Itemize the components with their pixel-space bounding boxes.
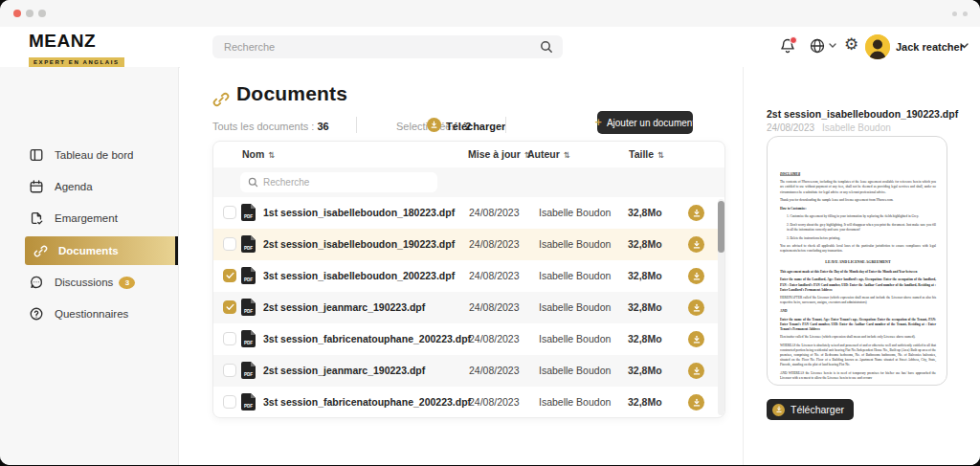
file-date: 24/08/2023 — [469, 229, 520, 260]
file-size: 32,8Mo — [628, 292, 662, 323]
table-row[interactable]: PDF 3st session_fabricenatouphane_200223… — [213, 387, 724, 418]
document-paragraph: HEREINAFTER called 'the Licensor (which … — [780, 296, 936, 305]
table-search-input[interactable] — [263, 172, 431, 192]
row-download-button[interactable] — [688, 331, 704, 347]
sidebar-item-documents[interactable]: Documents — [25, 236, 178, 265]
table-row[interactable]: PDF 3st session_fabricenatouphane_200223… — [213, 323, 724, 355]
column-header-auteur[interactable]: Auteur⇅ — [527, 148, 570, 160]
row-checkbox[interactable] — [223, 206, 236, 219]
file-name: 3st session_isabelleboudon_200223.dpf — [263, 260, 455, 292]
document-paragraph: This agreement made at this Enter the Da… — [780, 269, 936, 274]
download-selected-button[interactable]: Télécharger — [446, 121, 505, 132]
document-paragraph: LEAVE AND LICENSE AGREEMENT — [780, 259, 936, 265]
plus-icon: + — [595, 116, 602, 129]
row-download-button[interactable] — [688, 236, 704, 253]
document-check-icon — [29, 211, 44, 226]
app-window: MEANZ EXPERT EN ANGLAIS ⚙ — [0, 0, 980, 465]
document-paragraph: AND WHEREAS the Licensee herein is in ne… — [780, 370, 936, 380]
sort-icon[interactable]: ⇅ — [268, 150, 275, 160]
row-checkbox[interactable] — [223, 300, 236, 314]
user-name[interactable]: Jack reatcher — [896, 41, 964, 53]
notifications-bell-icon[interactable] — [779, 37, 796, 55]
sidebar-item-label: Emargement — [55, 212, 118, 224]
file-date: 24/08/2023 — [469, 197, 520, 229]
document-paragraph: AND — [780, 308, 936, 313]
logo[interactable]: MEANZ EXPERT EN ANGLAIS — [29, 32, 124, 68]
table-row[interactable]: PDF 1st session_isabelleboudon_180223.dp… — [213, 197, 724, 229]
document-paragraph: Enter the name of the Landlord, Age: Ent… — [780, 277, 936, 292]
preview-download-button[interactable]: Télécharger — [767, 399, 854, 420]
user-avatar[interactable] — [865, 34, 890, 59]
sidebar-item-questionnaires[interactable]: Questionnaires — [0, 302, 178, 325]
document-paragraph: 1. Customize the agreement by filling in… — [780, 214, 936, 219]
table-search-row — [213, 167, 724, 197]
row-checkbox[interactable] — [223, 269, 236, 282]
column-header-nom[interactable]: Nom⇅ — [242, 148, 275, 160]
column-header-taille[interactable]: Taille⇅ — [629, 148, 664, 160]
sidebar-item-label: Questionnaires — [55, 308, 128, 320]
search-icon — [540, 40, 553, 54]
sidebar-item-label: Discussions — [55, 277, 113, 288]
sidebar-item-tableau-de-bord[interactable]: Tableau de bord — [0, 144, 178, 166]
chevron-down-icon[interactable] — [829, 43, 836, 48]
file-date: 24/08/2023 — [469, 292, 520, 323]
settings-gear-icon[interactable]: ⚙ — [844, 36, 858, 53]
row-download-button[interactable] — [688, 205, 704, 221]
sidebar-item-agenda[interactable]: Agenda — [0, 175, 178, 198]
sort-icon[interactable]: ⇅ — [657, 150, 664, 160]
file-date: 24/08/2023 — [469, 355, 520, 387]
svg-text:PDF: PDF — [244, 372, 253, 377]
sidebar-item-label: Agenda — [55, 181, 93, 192]
table-search-field[interactable] — [240, 172, 437, 192]
table-row[interactable]: PDF 2st session_jeanmarc_190223.dpf 24/0… — [213, 355, 724, 387]
table-row[interactable]: PDF 2st session_jeanmarc_190223.dpf 24/0… — [213, 292, 724, 323]
global-search[interactable] — [212, 35, 563, 58]
document-paragraph: Enter the name of the Tenant, Age: Enter… — [780, 317, 936, 331]
sort-icon[interactable]: ⇅ — [564, 150, 570, 160]
row-download-button[interactable] — [688, 300, 704, 316]
chevron-down-icon[interactable] — [960, 43, 969, 49]
row-checkbox[interactable] — [223, 237, 236, 251]
svg-text:PDF: PDF — [244, 341, 253, 345]
table-scrollbar-thumb[interactable] — [718, 201, 724, 253]
svg-text:PDF: PDF — [244, 246, 253, 251]
documents-table: Nom⇅ Mise à jour⇅ Auteur⇅ Taille⇅ — [212, 141, 725, 418]
chat-bubble-icon — [29, 275, 44, 290]
preview-meta: 24/08/2023Isabelle Boudon — [767, 122, 891, 133]
add-document-button[interactable]: + Ajouter un document — [597, 111, 693, 134]
row-download-button[interactable] — [688, 363, 704, 379]
language-globe-icon[interactable] — [809, 37, 826, 55]
document-preview[interactable]: DISCLAIMER The contents of 99acres.com, … — [767, 136, 947, 386]
document-paragraph: DISCLAIMER — [780, 171, 936, 176]
window-zoom-icon[interactable] — [38, 10, 46, 17]
main-content: Documents Touts les documents : 36 Selec… — [180, 67, 743, 465]
titlebar-dot-icon — [952, 11, 957, 16]
row-checkbox[interactable] — [223, 332, 236, 345]
download-icon[interactable] — [427, 118, 441, 132]
window-close-icon[interactable] — [13, 10, 21, 17]
column-header-mise-a-jour[interactable]: Mise à jour⇅ — [468, 148, 531, 160]
pdf-file-icon: PDF — [241, 235, 256, 253]
svg-text:PDF: PDF — [244, 214, 253, 219]
preview-date: 24/08/2023 — [767, 122, 814, 133]
pdf-file-icon: PDF — [241, 299, 256, 316]
sidebar-item-label: Tableau de bord — [55, 149, 133, 161]
app-header: MEANZ EXPERT EN ANGLAIS ⚙ — [0, 27, 980, 68]
row-download-button[interactable] — [688, 394, 704, 411]
file-date: 24/08/2023 — [469, 387, 520, 418]
sidebar-item-discussions[interactable]: Discussions 3 — [0, 271, 178, 294]
document-paragraph: You are advised to check all applicable … — [780, 243, 936, 253]
row-download-button[interactable] — [688, 268, 704, 284]
document-paragraph: 3. Delete the instructions before printi… — [780, 235, 936, 240]
window-minimize-icon[interactable] — [26, 10, 33, 17]
row-checkbox[interactable] — [223, 395, 236, 409]
file-name: 2st session_jeanmarc_190223.dpf — [263, 292, 425, 323]
sidebar-item-emargement[interactable]: Emargement — [0, 207, 178, 230]
document-paragraph: 2. Don't worry about the grey highlighti… — [780, 222, 936, 232]
titlebar-dot-icon — [963, 11, 968, 16]
table-row[interactable]: PDF 3st session_isabelleboudon_200223.dp… — [213, 260, 724, 292]
global-search-input[interactable] — [212, 35, 540, 58]
table-row[interactable]: PDF 2st session_isabelleboudon_190223.dp… — [213, 229, 724, 260]
link-icon — [212, 91, 230, 108]
row-checkbox[interactable] — [223, 364, 236, 377]
